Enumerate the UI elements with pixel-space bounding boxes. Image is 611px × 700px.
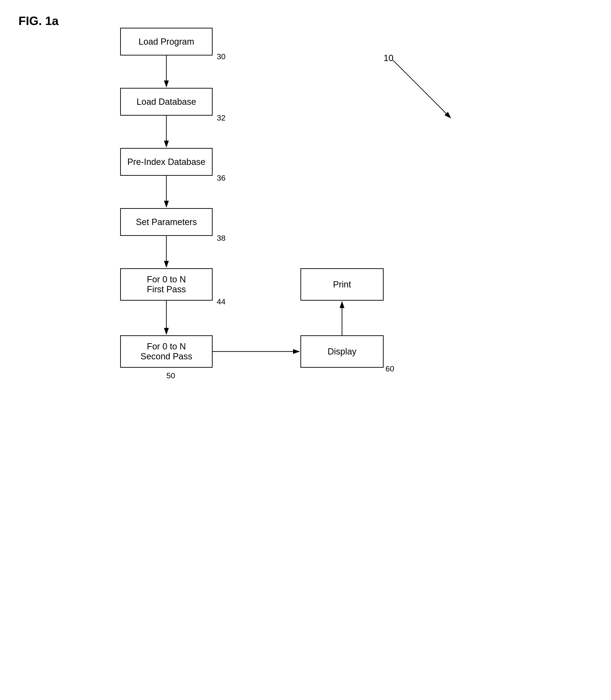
ref-60: 60 <box>386 364 394 373</box>
display-box: Display <box>300 335 384 368</box>
ref-44: 44 <box>217 297 225 306</box>
load-database-label: Load Database <box>137 97 196 107</box>
set-parameters-box: Set Parameters <box>120 208 213 236</box>
flowchart: Load Program 30 Load Database 32 Pre-Ind… <box>69 14 578 685</box>
display-label: Display <box>328 347 357 356</box>
pre-index-label: Pre-Index Database <box>127 157 206 167</box>
figure-label: FIG. 1a <box>18 14 58 28</box>
load-program-label: Load Program <box>139 37 194 47</box>
second-pass-label: For 0 to N Second Pass <box>140 341 192 362</box>
ref-32: 32 <box>217 113 225 122</box>
set-parameters-label: Set Parameters <box>136 217 197 227</box>
print-box: Print <box>300 268 384 301</box>
ref-30: 30 <box>217 52 225 61</box>
ref-38: 38 <box>217 234 225 243</box>
svg-line-8 <box>393 60 451 118</box>
pre-index-database-box: Pre-Index Database <box>120 148 213 176</box>
ref-36: 36 <box>217 173 225 183</box>
first-pass-label: For 0 to N First Pass <box>147 275 186 294</box>
ref-50: 50 <box>166 371 175 380</box>
print-label: Print <box>333 280 351 290</box>
first-pass-box: For 0 to N First Pass <box>120 268 213 301</box>
load-program-box: Load Program <box>120 28 213 56</box>
ref-10: 10 <box>384 53 393 63</box>
load-database-box: Load Database <box>120 88 213 116</box>
second-pass-box: For 0 to N Second Pass <box>120 335 213 368</box>
